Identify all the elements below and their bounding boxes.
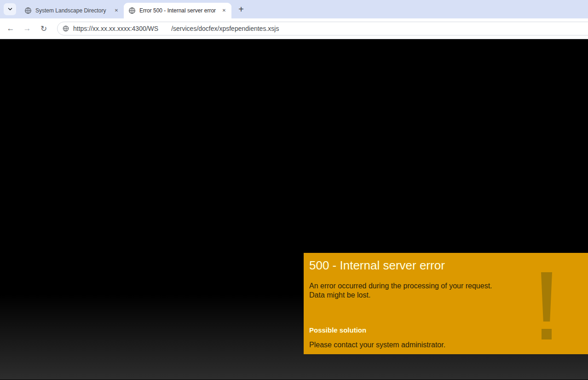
error-message-line1: An error occurred during the processing … <box>309 282 492 290</box>
close-icon[interactable]: ✕ <box>113 7 120 14</box>
tab-search-button[interactable] <box>4 3 16 15</box>
url-segment-host: https://xx.xx.xx.xxxx:4300/WS <box>73 25 158 32</box>
solution-heading: Possible solution <box>309 326 537 334</box>
globe-icon <box>63 25 69 32</box>
globe-icon <box>128 7 136 14</box>
url-segment-path: /services/docfex/xpsfependientes.xsjs <box>171 25 279 32</box>
chevron-down-icon <box>7 6 13 12</box>
browser-toolbar: ← → ↻ https://xx.xx.xx.xxxx:4300/WS /ser… <box>0 18 588 39</box>
error-title: 500 - Internal server error <box>309 258 537 272</box>
new-tab-button[interactable]: + <box>235 3 247 15</box>
close-icon[interactable]: ✕ <box>220 7 228 14</box>
exclamation-icon <box>537 253 588 354</box>
page-content: 500 - Internal server error An error occ… <box>0 39 588 380</box>
forward-button[interactable]: → <box>21 23 33 35</box>
globe-icon <box>24 7 32 14</box>
tab-title: Error 500 - Internal server error <box>139 7 220 14</box>
tab-title: System Landscape Directory <box>35 7 113 14</box>
back-button[interactable]: ← <box>5 23 17 35</box>
error-message: An error occurred during the processing … <box>309 281 537 300</box>
error-dialog-reflection: 500 - Internal server error An error occ… <box>304 361 588 380</box>
exclamation-dot <box>542 329 552 339</box>
reload-button[interactable]: ↻ <box>38 23 50 35</box>
solution-text: Please contact your system administrator… <box>309 340 537 350</box>
exclamation-stem <box>541 272 552 322</box>
address-bar[interactable]: https://xx.xx.xx.xxxx:4300/WS /services/… <box>57 22 588 35</box>
tab-strip: System Landscape Directory ✕ Error 500 -… <box>0 0 588 18</box>
error-message-line2: Data might be lost. <box>309 291 370 299</box>
tab-system-landscape-directory[interactable]: System Landscape Directory ✕ <box>20 3 124 18</box>
error-dialog: 500 - Internal server error An error occ… <box>304 253 588 354</box>
tab-error-500[interactable]: Error 500 - Internal server error ✕ <box>124 3 231 18</box>
